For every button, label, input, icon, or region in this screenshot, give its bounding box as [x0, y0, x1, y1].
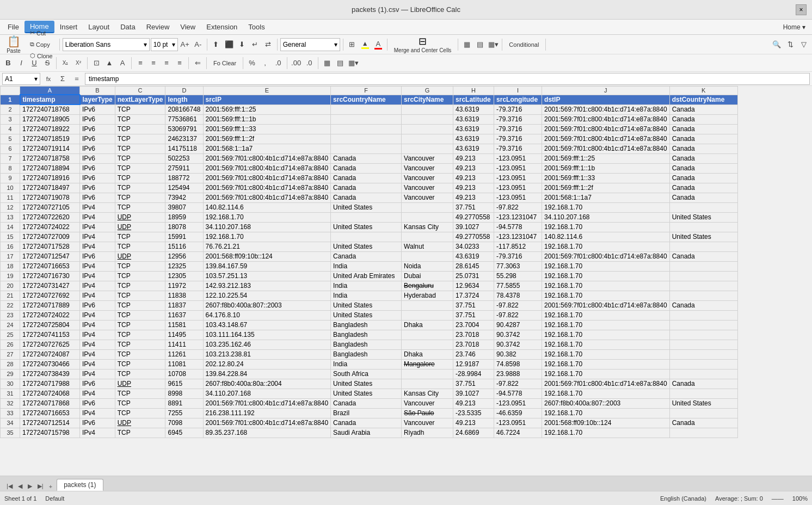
table-cell[interactable]: 23.746	[453, 349, 494, 359]
table-cell[interactable]: 6945	[165, 428, 203, 438]
col-header-j[interactable]: J	[542, 87, 670, 95]
table-cell[interactable]: 2001:569:fff:1::33	[542, 173, 670, 183]
table-cell[interactable]: 12956	[165, 251, 203, 261]
menu-extension[interactable]: Extension	[201, 21, 243, 33]
table-cell[interactable]: IPv4	[80, 340, 115, 349]
table-cell[interactable]: 192.168.1.70	[542, 261, 670, 271]
table-cell[interactable]: 11411	[165, 340, 203, 349]
col-header-d[interactable]: D	[165, 87, 203, 95]
col-header-k[interactable]: K	[669, 87, 737, 95]
table-cell[interactable]: TCP	[115, 193, 165, 202]
table-cell[interactable]: 2001:568:ff09:10b::124	[203, 251, 331, 261]
table-cell[interactable]: IPv6	[80, 183, 115, 193]
table-cell[interactable]: 1727240717868	[20, 398, 80, 408]
table-cell[interactable]: IPv4	[80, 389, 115, 398]
table-cell[interactable]: Vancouver	[402, 153, 453, 163]
table-cell[interactable]: Bangladesh	[331, 320, 402, 330]
table-cell[interactable]: Vancouver	[402, 173, 453, 183]
table-cell[interactable]: 64.176.8.10	[203, 310, 331, 320]
table-cell[interactable]: 49.213	[453, 163, 494, 173]
percent-button[interactable]: %	[246, 57, 258, 69]
decimal-fixed[interactable]: .0	[272, 57, 284, 69]
table-cell[interactable]: 2001:569:fff:1::1b	[542, 163, 670, 173]
table-cell[interactable]: 1727240725804	[20, 320, 80, 330]
add-sheet-button[interactable]: +	[47, 482, 54, 491]
table-cell[interactable]: IPv4	[80, 202, 115, 212]
table-cell[interactable]: Canada	[669, 144, 737, 153]
table-cell[interactable]: -97.822	[494, 202, 542, 212]
table-cell[interactable]: -79.3716	[494, 124, 542, 134]
table-cell[interactable]: TCP	[115, 398, 165, 408]
table-cell[interactable]: 43.6319	[453, 251, 494, 261]
table-cell[interactable]	[402, 310, 453, 320]
table-cell[interactable]: 11495	[165, 330, 203, 340]
table-cell[interactable]: TCP	[115, 242, 165, 251]
table-cell[interactable]: 15991	[165, 232, 203, 242]
table-cell[interactable]: 1727240731427	[20, 281, 80, 291]
table-cell[interactable]: IPv4	[80, 359, 115, 369]
table-cell[interactable]: -123.1231047	[494, 212, 542, 222]
table-cell[interactable]: 1727240716653	[20, 408, 80, 418]
table-cell[interactable]: IPv4	[80, 320, 115, 330]
table-cell[interactable]: United States	[331, 242, 402, 251]
table-cell[interactable]: -28.9984	[453, 369, 494, 379]
table-cell[interactable]: 2001:568:1::1a7	[542, 193, 670, 202]
table-cell[interactable]	[669, 369, 737, 379]
table-cell[interactable]: 37.751	[453, 300, 494, 310]
table-cell[interactable]: 90.3742	[494, 330, 542, 340]
text-direction-button[interactable]: ⇄	[262, 39, 274, 51]
table-cell[interactable]	[331, 134, 402, 144]
font-size-selector[interactable]: 10 pt ▾	[151, 38, 178, 51]
table-cell[interactable]: 2001:569:fff:1::2f	[542, 183, 670, 193]
table-cell[interactable]: UDP	[115, 212, 165, 222]
table-cell[interactable]: Canada	[331, 173, 402, 183]
table-cell[interactable]: 2001:569:fff:1::25	[542, 153, 670, 163]
table-cell[interactable]: 2607:f8b0:400a:807::2003	[203, 300, 331, 310]
cell-b1[interactable]: layerType	[80, 95, 115, 104]
table-cell[interactable]	[402, 300, 453, 310]
table-cell[interactable]: 1727240727105	[20, 202, 80, 212]
table-cell[interactable]: 192.168.1.70	[542, 349, 670, 359]
table-cell[interactable]: IPv4	[80, 212, 115, 222]
table-cell[interactable]: Canada	[669, 379, 737, 389]
table-cell[interactable]: IPv4	[80, 310, 115, 320]
table-cell[interactable]	[402, 124, 453, 134]
table-cell[interactable]: 1727240718519	[20, 134, 80, 144]
font-color-button[interactable]: A	[372, 39, 384, 51]
table-cell[interactable]: IPv4	[80, 232, 115, 242]
table-cell[interactable]: 76.76.21.21	[203, 242, 331, 251]
thousands-button[interactable]: ,	[259, 57, 271, 69]
table-cell[interactable]: IPv4	[80, 242, 115, 251]
table-cell[interactable]: United States	[669, 398, 737, 408]
table-cell[interactable]: Walnut	[402, 242, 453, 251]
table-cell[interactable]: 142.93.212.183	[203, 281, 331, 291]
table-cell[interactable]	[402, 134, 453, 144]
menu-view[interactable]: View	[175, 21, 201, 33]
table-cell[interactable]: 73942	[165, 193, 203, 202]
clear-button[interactable]: Fo Clear	[210, 58, 240, 68]
table-cell[interactable]: TCP	[115, 300, 165, 310]
table-cell[interactable]: 49.213	[453, 173, 494, 183]
table-cell[interactable]: IPv6	[80, 124, 115, 134]
table-cell[interactable]: 77536861	[165, 114, 203, 124]
table-cell[interactable]: 37.751	[453, 202, 494, 212]
table-cell[interactable]: 90.4287	[494, 320, 542, 330]
cell-color-button[interactable]: ▲	[359, 39, 371, 51]
table-cell[interactable]: 1727240718497	[20, 183, 80, 193]
table-cell[interactable]: IPv6	[80, 418, 115, 428]
cell-e1[interactable]: srcIP	[203, 95, 331, 104]
borders2-button[interactable]: ⊡	[90, 57, 102, 69]
table-cell[interactable]: -123.1231047	[494, 232, 542, 242]
menu-tools[interactable]: Tools	[243, 21, 270, 33]
table-cell[interactable]: 103.235.162.46	[203, 340, 331, 349]
table-cell[interactable]: 139.84.228.84	[203, 369, 331, 379]
table-cell[interactable]: 2001:569:fff:1::2f	[203, 134, 331, 144]
table-cell[interactable]: 43.6319	[453, 114, 494, 124]
cell-j1[interactable]: dstIP	[542, 95, 670, 104]
table-cell[interactable]	[669, 340, 737, 349]
table-cell[interactable]: TCP	[115, 104, 165, 114]
table-cell[interactable]	[402, 251, 453, 261]
table-cell[interactable]: 275911	[165, 163, 203, 173]
table-cell[interactable]: 23.7018	[453, 330, 494, 340]
table-cell[interactable]	[331, 124, 402, 134]
